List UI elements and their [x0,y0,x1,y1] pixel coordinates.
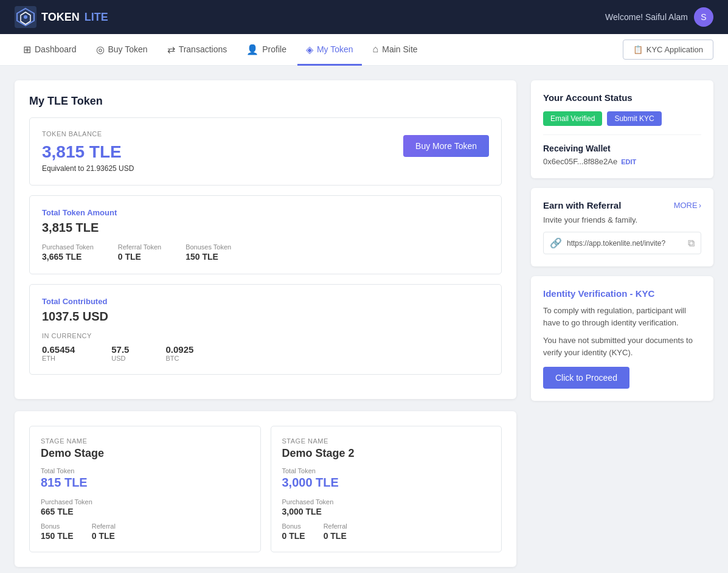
avatar: S [694,7,713,27]
kyc-desc-1: To comply with regulation, participant w… [543,305,701,328]
referral-description: Invite your friends & family. [543,215,701,224]
more-link[interactable]: MORE › [674,201,701,210]
divider [543,134,701,135]
my-token-card: My TLE Token TOKEN BALANCE 3,815 TLE Equ… [15,80,516,399]
referral-url-row: 🔗 https://app.tokenlite.net/invite? ⧉ [543,232,701,254]
stage-1-bonuses: Bonus 150 TLE Referral 0 TLE [41,523,249,541]
nav-links: ⊞ Dashboard ◎ Buy Token ⇄ Transactions 👤… [15,34,426,65]
dashboard-icon: ⊞ [23,44,31,55]
receiving-wallet-title: Receiving Wallet [543,144,701,153]
kyc-desc-2: You have not submitted your documents to… [543,335,701,358]
total-token-box: Total Token Amount 3,815 TLE Purchased T… [29,195,502,274]
chevron-right-icon: › [699,201,701,210]
email-verified-badge: Email Verified [543,111,602,126]
welcome-text: Welcome! Saiful Alam [605,12,688,22]
status-badges: Email Verified Submit KYC [543,111,701,126]
left-column: My TLE Token TOKEN BALANCE 3,815 TLE Equ… [15,80,516,567]
kyc-card: Identity Verification - KYC To comply wi… [531,276,713,401]
transactions-icon: ⇄ [167,44,175,55]
balance-header: TOKEN BALANCE 3,815 TLE Equivalent to 21… [42,130,489,173]
referral-header: Earn with Referral MORE › [543,200,701,210]
wallet-address: 0x6ec05F...8f88e2Ae EDIT [543,157,701,166]
token-balance-label: TOKEN BALANCE [42,130,134,137]
buy-more-token-button[interactable]: Buy More Token [403,135,489,157]
purchased-token-cell: Purchased Token 3,665 TLE [42,243,94,262]
in-currency-label: IN CURRENCY [42,332,489,339]
usd-cell: 57.5 USD [111,344,129,362]
header-right: Welcome! Saiful Alam S [605,7,713,27]
referral-token-cell: Referral Token 0 TLE [118,243,161,262]
eth-cell: 0.65454 ETH [42,344,75,362]
total-contributed-label: Total Contributed [42,297,489,306]
logo-token: TOKEN [41,11,80,24]
bonuses-token-cell: Bonuses Token 150 TLE [185,243,231,262]
copy-icon[interactable]: ⧉ [688,238,695,249]
buy-token-icon: ◎ [96,44,105,55]
logo-icon [15,6,36,28]
referral-url: https://app.tokenlite.net/invite? [567,239,683,248]
page-title: My TLE Token [29,95,502,108]
btc-cell: 0.0925 BTC [165,344,193,362]
nav-item-my-token[interactable]: ◈ My Token [297,35,362,66]
account-status-title: Your Account Status [543,92,701,103]
token-balance-box: TOKEN BALANCE 3,815 TLE Equivalent to 21… [29,117,502,186]
stages-card: STAGE NAME Demo Stage Total Token 815 TL… [15,411,516,567]
main-site-icon: ⌂ [373,44,379,55]
referral-card: Earn with Referral MORE › Invite your fr… [531,188,713,266]
edit-wallet-link[interactable]: EDIT [621,158,636,165]
svg-point-3 [24,15,27,19]
total-token-value: 3,815 TLE [42,221,489,235]
kyc-application-button[interactable]: 📋 KYC Application [623,40,713,60]
header: TOKENLITE Welcome! Saiful Alam S [0,0,728,34]
kyc-title: Identity Verification - KYC [543,288,701,299]
kyc-proceed-button[interactable]: Click to Proceed [543,367,629,389]
kyc-icon: 📋 [633,45,643,54]
link-icon: 🔗 [550,237,562,249]
nav-item-profile[interactable]: 👤 Profile [238,35,295,66]
stage-2-card: STAGE NAME Demo Stage 2 Total Token 3,00… [271,426,502,552]
account-status-card: Your Account Status Email Verified Submi… [531,80,713,178]
logo-lite: LITE [85,11,108,24]
profile-icon: 👤 [246,44,258,55]
token-breakdown-row: Purchased Token 3,665 TLE Referral Token… [42,243,489,262]
submit-kyc-badge[interactable]: Submit KYC [607,111,661,126]
total-contributed-value: 1037.5 USD [42,310,489,324]
stage-1-card: STAGE NAME Demo Stage Total Token 815 TL… [29,426,261,552]
main-content: My TLE Token TOKEN BALANCE 3,815 TLE Equ… [0,66,728,573]
total-token-label: Total Token Amount [42,208,489,217]
referral-title: Earn with Referral [543,200,621,210]
nav: ⊞ Dashboard ◎ Buy Token ⇄ Transactions 👤… [0,34,728,66]
logo: TOKENLITE [15,6,108,28]
currency-row: 0.65454 ETH 57.5 USD 0.0925 BTC [42,344,489,362]
stages-row: STAGE NAME Demo Stage Total Token 815 TL… [29,426,502,552]
stage-2-bonuses: Bonus 0 TLE Referral 0 TLE [282,523,491,541]
equivalent-text: Equivalent to 21.93625 USD [42,164,134,173]
nav-item-buy-token[interactable]: ◎ Buy Token [88,35,156,66]
nav-item-main-site[interactable]: ⌂ Main Site [364,35,426,66]
token-amount: 3,815 TLE [42,142,134,162]
right-column: Your Account Status Email Verified Submi… [531,80,713,567]
nav-item-dashboard[interactable]: ⊞ Dashboard [15,35,85,66]
my-token-icon: ◈ [306,44,313,55]
nav-item-transactions[interactable]: ⇄ Transactions [159,35,236,66]
total-contributed-box: Total Contributed 1037.5 USD IN CURRENCY… [29,284,502,375]
